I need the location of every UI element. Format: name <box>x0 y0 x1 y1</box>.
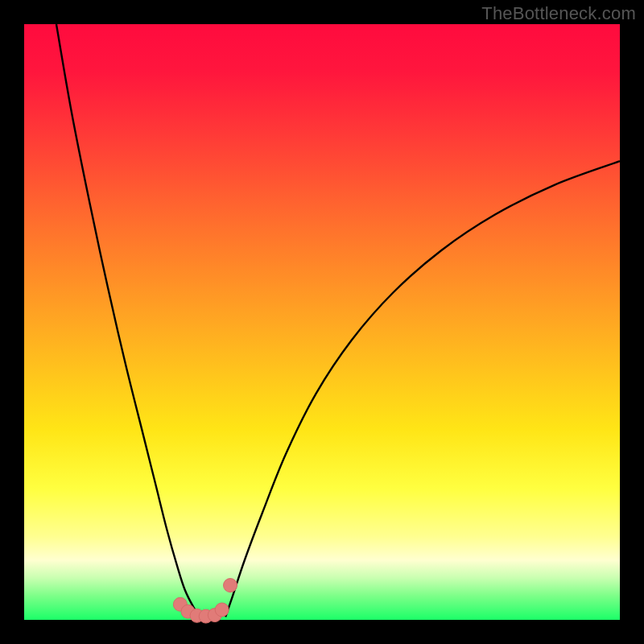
curve-right-branch <box>225 161 620 617</box>
watermark-text: TheBottleneck.com <box>481 3 636 24</box>
marker-dot <box>215 603 229 617</box>
curve-layer <box>24 24 620 620</box>
marker-dot <box>224 579 237 592</box>
curve-left-branch <box>56 24 200 617</box>
chart-frame: TheBottleneck.com <box>0 0 644 644</box>
plot-area <box>24 24 620 620</box>
